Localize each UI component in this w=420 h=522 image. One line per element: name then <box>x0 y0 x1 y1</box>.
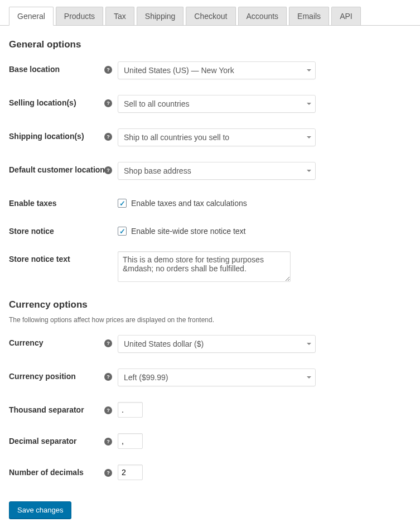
help-icon[interactable]: ? <box>104 438 112 446</box>
label-number-of-decimals: Number of decimals ? <box>9 464 118 477</box>
input-thousand-separator[interactable] <box>118 402 143 418</box>
tab-tax[interactable]: Tax <box>105 7 134 25</box>
row-currency: Currency ? United States dollar ($) <box>9 335 411 353</box>
tab-general[interactable]: General <box>9 7 54 26</box>
textarea-store-notice-text[interactable] <box>118 251 291 282</box>
label-default-customer-location: Default customer location ? <box>9 162 118 174</box>
general-options-heading: General options <box>9 39 411 50</box>
label-store-notice-text: Store notice text <box>9 251 118 264</box>
row-enable-taxes: Enable taxes Enable taxes and tax calcul… <box>9 195 411 208</box>
tab-checkout[interactable]: Checkout <box>186 7 235 25</box>
help-icon[interactable]: ? <box>104 373 112 381</box>
settings-tabs: General Products Tax Shipping Checkout A… <box>0 0 420 26</box>
row-base-location: Base location ? United States (US) — New… <box>9 61 411 79</box>
tab-shipping[interactable]: Shipping <box>137 7 184 25</box>
settings-content: General options Base location ? United S… <box>0 26 420 522</box>
label-currency: Currency ? <box>9 335 118 347</box>
row-decimal-separator: Decimal separator ? <box>9 433 411 449</box>
input-number-of-decimals[interactable] <box>118 464 143 480</box>
currency-options-description: The following options affect how prices … <box>9 316 411 324</box>
label-selling-locations: Selling location(s) ? <box>9 95 118 107</box>
label-decimal-separator: Decimal separator ? <box>9 433 118 446</box>
row-number-of-decimals: Number of decimals ? <box>9 464 411 480</box>
label-store-notice: Store notice <box>9 223 118 236</box>
row-store-notice-text: Store notice text <box>9 251 411 284</box>
select-shipping-locations[interactable]: Ship to all countries you sell to <box>118 128 316 146</box>
tab-accounts[interactable]: Accounts <box>238 7 287 25</box>
row-currency-position: Currency position ? Left ($99.99) <box>9 368 411 386</box>
select-selling-locations[interactable]: Sell to all countries <box>118 95 316 113</box>
help-icon[interactable]: ? <box>104 99 112 107</box>
save-button[interactable]: Save changes <box>9 501 71 519</box>
row-thousand-separator: Thousand separator ? <box>9 402 411 418</box>
label-shipping-locations: Shipping location(s) ? <box>9 128 118 141</box>
checkbox-enable-taxes[interactable] <box>118 199 127 208</box>
tab-emails[interactable]: Emails <box>289 7 329 25</box>
row-shipping-locations: Shipping location(s) ? Ship to all count… <box>9 128 411 146</box>
help-icon[interactable]: ? <box>104 339 112 347</box>
tab-products[interactable]: Products <box>56 7 103 25</box>
select-currency[interactable]: United States dollar ($) <box>118 335 316 353</box>
label-base-location: Base location ? <box>9 61 118 74</box>
help-icon[interactable]: ? <box>104 406 112 414</box>
label-currency-position: Currency position ? <box>9 368 118 381</box>
help-icon[interactable]: ? <box>104 469 112 477</box>
checkbox-label-store-notice: Enable site-wide store notice text <box>131 227 245 236</box>
select-base-location[interactable]: United States (US) — New York <box>118 61 316 79</box>
checkbox-store-notice[interactable] <box>118 227 127 236</box>
input-decimal-separator[interactable] <box>118 433 143 449</box>
select-default-customer-location[interactable]: Shop base address <box>118 162 316 180</box>
row-store-notice: Store notice Enable site-wide store noti… <box>9 223 411 236</box>
help-icon[interactable]: ? <box>104 66 112 74</box>
help-icon[interactable]: ? <box>104 166 112 174</box>
row-selling-locations: Selling location(s) ? Sell to all countr… <box>9 95 411 113</box>
label-thousand-separator: Thousand separator ? <box>9 402 118 414</box>
select-currency-position[interactable]: Left ($99.99) <box>118 368 316 386</box>
row-default-customer-location: Default customer location ? Shop base ad… <box>9 162 411 180</box>
help-icon[interactable]: ? <box>104 133 112 141</box>
currency-options-heading: Currency options <box>9 299 411 310</box>
checkbox-label-enable-taxes: Enable taxes and tax calculations <box>131 199 247 208</box>
label-enable-taxes: Enable taxes <box>9 195 118 208</box>
tab-api[interactable]: API <box>331 7 361 25</box>
